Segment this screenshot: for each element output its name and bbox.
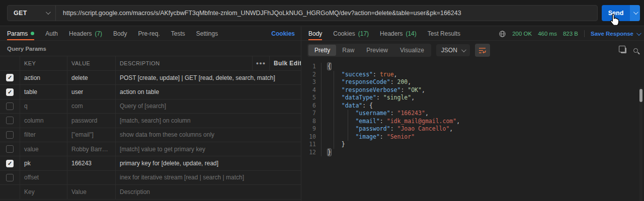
- query-params-table: KEY VALUE DESCRIPTION ●●● Bulk Edit ✓act…: [0, 56, 301, 199]
- param-key-cell[interactable]: offset: [20, 171, 67, 184]
- param-value-text: Robby Barraclo...: [71, 146, 111, 153]
- line-number: 3: [305, 78, 321, 86]
- param-row-column: columnpassword[match, search] on column: [0, 114, 301, 128]
- checkbox-cell: [0, 128, 20, 142]
- param-key-cell[interactable]: pk: [20, 156, 67, 170]
- param-description-cell[interactable]: action on table: [116, 85, 301, 98]
- wrap-text-button[interactable]: [475, 44, 490, 57]
- response-tab-test-results[interactable]: Test Results: [428, 27, 460, 40]
- param-description-cell[interactable]: [match] value to get primary key: [116, 142, 301, 156]
- checkbox-unchecked[interactable]: [6, 103, 14, 110]
- code-token: "email": [355, 118, 379, 125]
- code-token: [328, 102, 342, 109]
- code-token: :: [380, 133, 387, 140]
- response-size[interactable]: 823 B: [563, 31, 578, 37]
- format-label: JSON: [441, 47, 457, 54]
- param-value-cell[interactable]: Value: [67, 185, 116, 198]
- param-key-cell[interactable]: q: [20, 99, 67, 113]
- param-key-cell[interactable]: Key: [20, 185, 67, 198]
- search-icon[interactable]: [633, 48, 638, 53]
- checkbox-unchecked[interactable]: [6, 145, 14, 153]
- column-header-value: VALUE: [67, 56, 116, 70]
- response-body-code[interactable]: 1{2 "success": true,3 "responseCode": 20…: [301, 60, 644, 156]
- code-line-10: 10 "image": "Senior": [305, 133, 644, 141]
- request-tab-headers[interactable]: Headers(7): [69, 27, 102, 40]
- checkbox-checked[interactable]: ✓: [6, 74, 14, 81]
- chevron-down-icon: [46, 10, 51, 15]
- request-tab-params[interactable]: Params: [7, 27, 34, 40]
- view-tab-visualize[interactable]: Visualize: [394, 45, 430, 56]
- copy-icon[interactable]: [621, 48, 626, 53]
- format-select[interactable]: JSON: [436, 44, 470, 56]
- code-text: "password": "Joao Cancello",: [328, 125, 453, 133]
- param-row-placeholder: KeyValueDescription: [0, 185, 301, 199]
- view-tab-raw[interactable]: Raw: [336, 45, 360, 56]
- param-description-cell[interactable]: Query of [search]: [116, 99, 301, 113]
- param-key-cell[interactable]: table: [20, 85, 67, 98]
- code-token: }: [328, 141, 345, 148]
- network-globe-icon[interactable]: [499, 30, 506, 38]
- param-description-cell[interactable]: primary key for [delete, update, read]: [116, 156, 301, 170]
- response-tab-headers[interactable]: Headers(14): [380, 27, 417, 40]
- param-value-cell[interactable]: com: [67, 99, 116, 113]
- checkbox-checked[interactable]: ✓: [6, 88, 14, 96]
- code-line-2: 2 "success": true,: [305, 71, 644, 79]
- view-tab-preview[interactable]: Preview: [360, 45, 394, 56]
- method-selector[interactable]: GET: [8, 6, 56, 21]
- code-token: "responseVerbose": [342, 86, 401, 93]
- checkbox-unchecked[interactable]: [6, 174, 14, 181]
- param-value-cell[interactable]: password: [67, 114, 116, 127]
- param-key-cell[interactable]: column: [20, 114, 67, 127]
- url-input[interactable]: [56, 10, 597, 17]
- param-description-cell[interactable]: [match, search] on column: [116, 114, 301, 127]
- tab-count-badge: (7): [95, 30, 102, 37]
- code-text: "data": {: [328, 102, 373, 110]
- param-value-cell[interactable]: Robby Barraclo...: [67, 142, 116, 156]
- response-tab-body[interactable]: Body: [308, 27, 322, 40]
- response-tab-cookies[interactable]: Cookies(17): [333, 27, 369, 40]
- bulk-edit-button[interactable]: Bulk Edit: [270, 56, 301, 70]
- request-tab-pre-req[interactable]: Pre-req.: [138, 27, 159, 40]
- param-key-cell[interactable]: filter: [20, 128, 67, 142]
- checkbox-checked[interactable]: ✓: [6, 160, 14, 167]
- response-tab-label: Headers: [380, 30, 403, 37]
- save-response-button[interactable]: Save Response: [591, 31, 640, 37]
- param-value-cell[interactable]: ["email"]: [67, 128, 116, 142]
- code-line-9: 9 "password": "Joao Cancello",: [305, 125, 644, 133]
- param-value-cell[interactable]: user: [67, 85, 116, 98]
- send-button[interactable]: Send: [602, 5, 630, 21]
- code-text: "username": "166243",: [328, 110, 429, 118]
- param-key-cell[interactable]: value: [20, 142, 67, 156]
- status-badge[interactable]: 200 OK: [512, 31, 532, 37]
- request-tab-tests[interactable]: Tests: [171, 27, 185, 40]
- request-tab-auth[interactable]: Auth: [45, 27, 58, 40]
- code-token: ,: [394, 71, 397, 78]
- line-number: 11: [305, 141, 321, 149]
- response-time[interactable]: 460 ms: [538, 31, 557, 37]
- code-token: :: [362, 102, 369, 109]
- param-value-cell[interactable]: [67, 171, 116, 184]
- cookies-link[interactable]: Cookies: [271, 30, 295, 37]
- checkbox-unchecked[interactable]: [6, 117, 14, 124]
- send-options-button[interactable]: [630, 5, 640, 21]
- request-tab-body[interactable]: Body: [113, 27, 127, 40]
- line-number: 10: [305, 133, 321, 141]
- code-token: {: [369, 102, 373, 109]
- param-description-cell[interactable]: POST [create, update] | GET [read, delet…: [116, 71, 301, 84]
- request-tab-settings[interactable]: Settings: [196, 27, 218, 40]
- param-description-cell[interactable]: Description: [116, 185, 301, 198]
- checkbox-unchecked[interactable]: [6, 131, 14, 139]
- param-value-text: user: [71, 88, 83, 95]
- param-description-cell[interactable]: show data from these columns only: [116, 128, 301, 142]
- param-key-cell[interactable]: action: [20, 71, 67, 84]
- scrollbar-thumb[interactable]: [639, 89, 642, 102]
- param-value-cell[interactable]: 166243: [67, 156, 116, 170]
- more-options-icon[interactable]: ●●●: [253, 56, 270, 70]
- code-text: "dataType": "single",: [328, 94, 415, 102]
- param-value-cell[interactable]: delete: [67, 71, 116, 84]
- scrollbar-track[interactable]: [639, 87, 642, 201]
- meta-divider: [584, 30, 585, 37]
- param-description-cell[interactable]: inex for iterative stream [read | search…: [116, 171, 301, 184]
- view-tab-pretty[interactable]: Pretty: [308, 45, 336, 56]
- param-row-filter: filter["email"]show data from these colu…: [0, 128, 301, 142]
